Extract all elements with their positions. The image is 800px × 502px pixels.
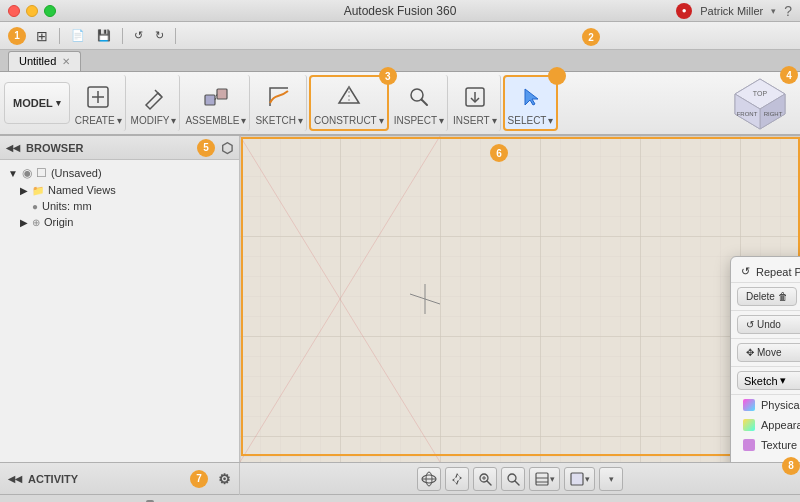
zoom-fit-button[interactable] [473, 467, 497, 491]
activity-settings[interactable]: ⚙ [218, 471, 231, 487]
bottom-toolbar: 8 ▾ ▾ ▾ [240, 467, 800, 491]
callout-7: 7 [190, 470, 208, 488]
activity-panel: ◀◀ ACTIVITY 7 ⚙ [0, 463, 240, 495]
tree-expand-origin[interactable]: ▶ [20, 217, 28, 228]
activity-title: ACTIVITY [28, 473, 78, 485]
inspect-group[interactable]: INSPECT ▾ [391, 75, 448, 131]
display-arrow: ▾ [550, 474, 555, 484]
record-indicator: ● [676, 3, 692, 19]
browser-collapse-button[interactable]: ◀◀ [6, 143, 20, 153]
delete-icon: 🗑 [778, 291, 788, 302]
texture-map-icon [743, 439, 755, 451]
create-group[interactable]: CREATE ▾ [72, 75, 126, 131]
insert-label: INSERT [453, 115, 490, 126]
inspect-icon [403, 81, 435, 113]
model-selector[interactable]: MODEL ▾ [4, 82, 70, 124]
select-label: SELECT [508, 115, 547, 126]
tree-item-named-views[interactable]: ▶ 📁 Named Views [4, 182, 235, 198]
delete-label: Delete [746, 291, 775, 302]
tree-expand-root[interactable]: ▼ [8, 168, 18, 179]
tree-units-icon: ● [32, 201, 38, 212]
select-group[interactable]: SELECT ▾ [503, 75, 559, 131]
callout-3: 3 [379, 67, 397, 85]
move-button[interactable]: ✥ Move [737, 343, 800, 362]
svg-line-36 [515, 481, 519, 485]
tree-origin-label: Origin [44, 216, 73, 228]
move-label: Move [757, 347, 781, 358]
browser-panel: ◀◀ BROWSER 5 ⬡ ▼ ◉ ☐ (Unsaved) ▶ 📁 Named… [0, 136, 240, 462]
create-icon [82, 81, 114, 113]
menu-item-texture-map[interactable]: Texture Map Controls [731, 435, 800, 455]
construct-group[interactable]: 3 CONSTRUCT ▾ [309, 75, 389, 131]
sketch-icon [263, 81, 295, 113]
grid-toggle-button[interactable]: ⊞ [32, 26, 52, 46]
delete-button[interactable]: Delete 🗑 [737, 287, 797, 306]
menu-texture-label: Texture Map Controls [761, 439, 800, 451]
undo-button[interactable]: ↺ [130, 27, 147, 44]
tree-item-units[interactable]: ▶ ● Units: mm [4, 198, 235, 214]
sketch-dropdown[interactable]: Sketch ▾ [737, 371, 800, 390]
more-options-button[interactable]: ▾ [599, 467, 623, 491]
sketch-arrow: ▾ [298, 115, 303, 126]
zoom-button[interactable] [501, 467, 525, 491]
display-mode-button[interactable]: ▾ [529, 467, 560, 491]
svg-rect-40 [571, 473, 583, 485]
callout-8: 8 [782, 457, 800, 475]
timeline-settings-button[interactable]: ⚙ [772, 499, 792, 503]
insert-icon [459, 81, 491, 113]
svg-text:TOP: TOP [753, 90, 768, 97]
tree-box-icon: ☐ [36, 166, 47, 180]
create-label: CREATE [75, 115, 115, 126]
inspect-label: INSPECT [394, 115, 437, 126]
tab-close-button[interactable]: ✕ [62, 56, 70, 67]
tree-views-label: Named Views [48, 184, 116, 196]
menu-appearance-label: Appearance [761, 419, 800, 431]
tree-units-label: Units: mm [42, 200, 92, 212]
svg-rect-4 [205, 95, 215, 105]
help-button[interactable]: ? [784, 3, 792, 19]
undo-button[interactable]: ↺ Undo [737, 315, 800, 334]
callout-2: 2 [582, 28, 600, 46]
pan-button[interactable] [445, 467, 469, 491]
tree-item-origin[interactable]: ▶ ⊕ Origin [4, 214, 235, 230]
new-file-button[interactable]: 📄 [67, 27, 89, 44]
menu-item-physical-material[interactable]: Physical Material [731, 395, 800, 415]
repeat-physical-material-button[interactable]: ↺ Repeat Physical Material [731, 261, 800, 283]
browser-expand-button[interactable]: ⬡ [221, 140, 233, 156]
modify-group[interactable]: MODIFY ▾ [128, 75, 181, 131]
svg-text:RIGHT: RIGHT [764, 111, 783, 117]
context-menu-row1: Delete 🗑 ↖ Press Pull [731, 283, 800, 311]
minimize-button[interactable] [26, 5, 38, 17]
context-menu-row3: ✥ Move Hole [731, 339, 800, 367]
untitled-tab[interactable]: Untitled ✕ [8, 51, 81, 71]
assemble-label: ASSEMBLE [185, 115, 239, 126]
save-button[interactable]: 💾 [93, 27, 115, 44]
user-arrow[interactable]: ▾ [771, 6, 776, 16]
sketch-row: Sketch ▾ [731, 367, 800, 395]
window-controls [8, 5, 56, 17]
redo-button[interactable]: ↻ [151, 27, 168, 44]
insert-arrow: ▾ [492, 115, 497, 126]
orbit-button[interactable] [417, 467, 441, 491]
svg-line-10 [421, 99, 427, 105]
close-button[interactable] [8, 5, 20, 17]
toolbar-separator-2 [122, 28, 123, 44]
activity-collapse[interactable]: ◀◀ [8, 474, 22, 484]
modify-icon [138, 81, 170, 113]
assemble-group[interactable]: ASSEMBLE ▾ [182, 75, 250, 131]
user-name[interactable]: Patrick Miller [700, 5, 763, 17]
callout-6: 6 [490, 144, 508, 162]
menu-item-appearance[interactable]: Appearance [731, 415, 800, 435]
tree-item-root[interactable]: ▼ ◉ ☐ (Unsaved) [4, 164, 235, 182]
sketch-group[interactable]: SKETCH ▾ [252, 75, 307, 131]
select-icon [515, 81, 547, 113]
svg-rect-5 [217, 89, 227, 99]
construct-label: CONSTRUCT [314, 115, 377, 126]
maximize-button[interactable] [44, 5, 56, 17]
tree-expand-views[interactable]: ▶ [20, 185, 28, 196]
visual-style-button[interactable]: ▾ [564, 467, 595, 491]
insert-group[interactable]: INSERT ▾ [450, 75, 501, 131]
view-cube-area[interactable]: 4 TOP RIGHT FRONT [720, 72, 800, 136]
tree-eye-icon: ◉ [22, 166, 32, 180]
viewport[interactable]: 6 ↺ Repeat Physical Material Delete 🗑 ↖ … [240, 136, 800, 462]
